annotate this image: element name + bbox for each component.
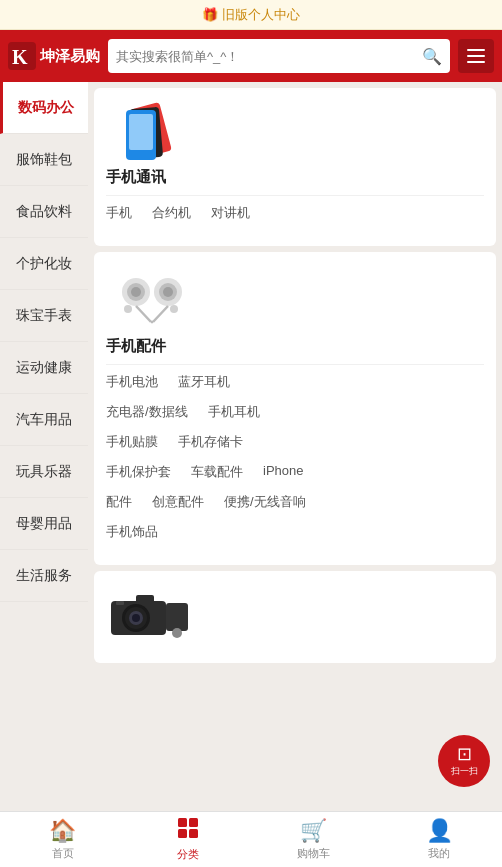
tag-walkie[interactable]: 对讲机	[211, 204, 250, 222]
divider-2	[106, 364, 484, 365]
tag-accessory[interactable]: 配件	[106, 493, 132, 511]
sidebar-item-fashion[interactable]: 服饰鞋包	[0, 134, 88, 186]
banner-text: 旧版个人中心	[222, 6, 300, 24]
scan-fab[interactable]: ⊡ 扫一扫	[438, 735, 490, 787]
menu-line-1	[467, 49, 485, 51]
tag-battery[interactable]: 手机电池	[106, 373, 158, 391]
svg-point-24	[172, 628, 182, 638]
nav-category[interactable]: 分类	[126, 812, 252, 867]
fab-label: 扫一扫	[451, 765, 478, 778]
mobile-comm-title: 手机通讯	[106, 168, 484, 187]
top-banner[interactable]: 🎁 旧版个人中心	[0, 0, 502, 30]
svg-text:K: K	[12, 46, 28, 68]
svg-point-12	[163, 287, 173, 297]
sidebar-item-jewelry[interactable]: 珠宝手表	[0, 290, 88, 342]
svg-rect-23	[166, 603, 188, 631]
svg-point-15	[124, 305, 132, 313]
category-card-camera	[94, 571, 496, 663]
tag-car[interactable]: 车载配件	[191, 463, 243, 481]
svg-point-8	[131, 287, 141, 297]
tag-phone[interactable]: 手机	[106, 204, 132, 222]
mobile-acc-tags-row6: 手机饰品	[106, 523, 484, 549]
svg-line-9	[136, 306, 151, 322]
svg-rect-5	[129, 114, 153, 150]
search-bar[interactable]: 🔍	[108, 39, 450, 73]
menu-button[interactable]	[458, 39, 494, 73]
mobile-acc-tags-row5: 配件 创意配件 便携/无线音响	[106, 493, 484, 519]
tag-iphone[interactable]: iPhone	[263, 463, 303, 481]
sidebar-item-digital[interactable]: 数码办公	[0, 82, 88, 134]
nav-home-label: 首页	[52, 846, 74, 861]
tag-storage[interactable]: 手机存储卡	[178, 433, 243, 451]
tag-case[interactable]: 手机保护套	[106, 463, 171, 481]
scan-icon: ⊡	[457, 745, 472, 763]
svg-rect-26	[178, 818, 187, 827]
tag-creative[interactable]: 创意配件	[152, 493, 204, 511]
camera-image-area	[106, 583, 484, 643]
nav-profile[interactable]: 👤 我的	[377, 812, 503, 867]
svg-rect-22	[136, 595, 154, 603]
mobile-acc-tags-row3: 手机贴膜 手机存储卡	[106, 433, 484, 459]
svg-rect-27	[189, 818, 198, 827]
sidebar-item-toys[interactable]: 玩具乐器	[0, 446, 88, 498]
logo-text: 坤泽易购	[40, 47, 100, 66]
sidebar-item-food[interactable]: 食品饮料	[0, 186, 88, 238]
profile-icon: 👤	[426, 818, 453, 844]
menu-line-2	[467, 55, 485, 57]
mobile-comm-image-area	[106, 100, 484, 160]
mobile-acc-tags-row1: 手机电池 蓝牙耳机	[106, 373, 484, 399]
menu-line-3	[467, 61, 485, 63]
mobile-acc-tags-row2: 充电器/数据线 手机耳机	[106, 403, 484, 429]
mobile-comm-tags: 手机 合约机 对讲机	[106, 204, 484, 230]
divider-1	[106, 195, 484, 196]
mobile-acc-tags-row4: 手机保护套 车载配件 iPhone	[106, 463, 484, 489]
category-card-mobile-comm: 手机通讯 手机 合约机 对讲机	[94, 88, 496, 246]
tag-bluetooth[interactable]: 蓝牙耳机	[178, 373, 230, 391]
tag-earphone[interactable]: 手机耳机	[208, 403, 260, 421]
svg-rect-29	[189, 829, 198, 838]
phones-image	[106, 100, 196, 160]
home-icon: 🏠	[49, 818, 76, 844]
logo-icon: K	[8, 42, 36, 70]
search-input[interactable]	[116, 49, 422, 64]
sidebar-item-auto[interactable]: 汽车用品	[0, 394, 88, 446]
cart-icon: 🛒	[300, 818, 327, 844]
mobile-acc-image-area	[106, 264, 484, 329]
tag-decoration[interactable]: 手机饰品	[106, 523, 158, 541]
svg-point-21	[132, 614, 140, 622]
nav-profile-label: 我的	[428, 846, 450, 861]
bottom-nav: 🏠 首页 分类 🛒 购物车 👤 我的	[0, 811, 502, 867]
nav-category-label: 分类	[177, 847, 199, 862]
header: K 坤泽易购 🔍	[0, 30, 502, 82]
category-icon	[177, 817, 199, 845]
earbuds-image	[106, 264, 196, 329]
tag-contract[interactable]: 合约机	[152, 204, 191, 222]
mobile-acc-title: 手机配件	[106, 337, 484, 356]
main-layout: 数码办公 服饰鞋包 食品饮料 个护化妆 珠宝手表 运动健康 汽车用品 玩具乐器 …	[0, 82, 502, 811]
svg-line-13	[153, 306, 168, 322]
svg-rect-25	[116, 601, 124, 605]
tag-film[interactable]: 手机贴膜	[106, 433, 158, 451]
nav-home[interactable]: 🏠 首页	[0, 812, 126, 867]
svg-rect-28	[178, 829, 187, 838]
sidebar-item-life[interactable]: 生活服务	[0, 550, 88, 602]
search-icon[interactable]: 🔍	[422, 47, 442, 66]
sidebar-item-baby[interactable]: 母婴用品	[0, 498, 88, 550]
logo: K 坤泽易购	[8, 42, 100, 70]
tag-charger[interactable]: 充电器/数据线	[106, 403, 188, 421]
category-card-mobile-acc: 手机配件 手机电池 蓝牙耳机 充电器/数据线 手机耳机 手机贴膜 手机存储卡 手…	[94, 252, 496, 565]
camera-image	[106, 583, 196, 643]
svg-point-16	[170, 305, 178, 313]
nav-cart[interactable]: 🛒 购物车	[251, 812, 377, 867]
banner-icon: 🎁	[202, 7, 218, 22]
tag-speaker[interactable]: 便携/无线音响	[224, 493, 306, 511]
content-area: 手机通讯 手机 合约机 对讲机	[88, 82, 502, 811]
sidebar: 数码办公 服饰鞋包 食品饮料 个护化妆 珠宝手表 运动健康 汽车用品 玩具乐器 …	[0, 82, 88, 811]
sidebar-item-sports[interactable]: 运动健康	[0, 342, 88, 394]
nav-cart-label: 购物车	[297, 846, 330, 861]
sidebar-item-personal[interactable]: 个护化妆	[0, 238, 88, 290]
